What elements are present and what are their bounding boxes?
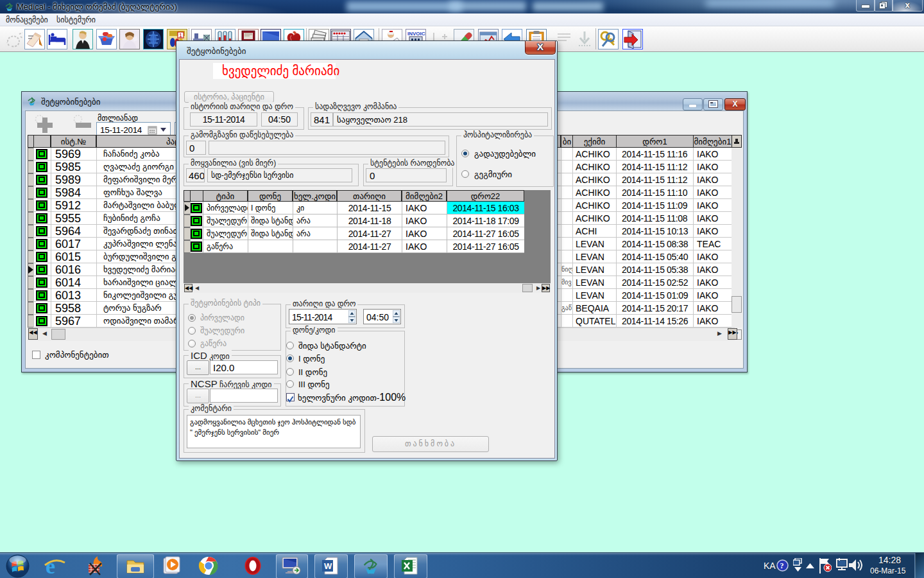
svg-text:1: 1	[179, 32, 182, 39]
svg-text:?: ?	[780, 561, 784, 570]
svg-text:INVOICE: INVOICE	[407, 31, 425, 37]
svg-text:W: W	[324, 561, 332, 571]
svg-text:e: e	[46, 555, 55, 578]
